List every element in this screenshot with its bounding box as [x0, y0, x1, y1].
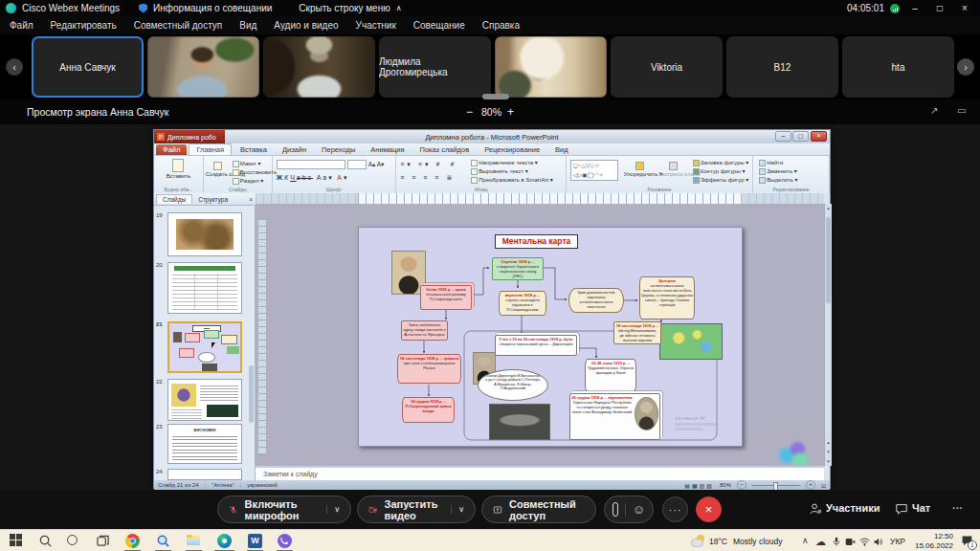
panel-close-icon[interactable]: × [249, 196, 253, 203]
share-content-button[interactable]: Совместный доступ [481, 496, 596, 523]
leave-meeting-button[interactable]: × [696, 496, 722, 522]
notification-center-icon[interactable]: 1 [961, 535, 973, 548]
viber-icon[interactable] [278, 534, 292, 548]
zoom-out-button[interactable]: − [466, 105, 473, 119]
participant-tile-anna-savchuk[interactable]: Анна Савчук [32, 36, 144, 98]
ppt-restore-button[interactable]: ▢ [792, 131, 809, 142]
weather-desc[interactable]: Mostly cloudy [733, 537, 783, 546]
language-indicator[interactable]: УКР [890, 537, 905, 546]
more-options-button[interactable]: ··· [662, 496, 688, 522]
select-button[interactable]: Выделить ▾ [759, 176, 797, 185]
tray-expand-icon[interactable]: ∧ [802, 536, 809, 545]
start-button[interactable] [10, 534, 24, 548]
tab-transitions[interactable]: Переходы [315, 144, 362, 155]
meeting-info-button[interactable]: Информация о совещании [153, 3, 272, 13]
participant-tile-video-1[interactable] [147, 36, 259, 98]
participants-panel-button[interactable]: Участники [826, 502, 880, 514]
slide-thumbnail-23[interactable]: ВИСНОВКИ [167, 424, 242, 464]
clock-time[interactable]: 12:50 [919, 532, 953, 540]
slide-canvas[interactable]: Ментальна карта Серпень 1918 р. – створе… [358, 227, 743, 447]
menu-audio-video[interactable]: Аудио и видео [274, 20, 338, 31]
ppt-zoom-in[interactable]: + [806, 480, 815, 490]
shape-outline-button[interactable]: Контур фигуры ▾ [693, 167, 746, 176]
slide-thumbnail-22[interactable] [167, 379, 242, 421]
shape-fill-button[interactable]: Заливка фигуры ▾ [693, 159, 749, 167]
search-app-icon[interactable] [156, 534, 170, 548]
more-panels-button[interactable]: ··· [952, 502, 963, 514]
tab-insert[interactable]: Вставка [234, 144, 274, 155]
quick-styles-button[interactable]: Экспресс-стили [658, 162, 689, 179]
align-buttons[interactable]: ≡ ≡ ≡ ≡ ≣ [400, 173, 455, 184]
clock-date[interactable]: 15.06.2022 [909, 541, 953, 550]
filmstrip-resize-handle[interactable] [482, 94, 509, 99]
slide-thumbnail-20[interactable] [167, 262, 242, 314]
panel-tab-slides[interactable]: Слайды [156, 194, 192, 204]
ppt-minimize-button[interactable]: – [775, 131, 791, 142]
menu-file[interactable]: Файл [10, 20, 33, 31]
cortana-icon[interactable] [67, 535, 78, 545]
wifi-icon[interactable] [859, 538, 870, 546]
tab-design[interactable]: Дизайн [276, 144, 313, 155]
slide-thumbnail-24[interactable] [167, 469, 242, 480]
tab-home[interactable]: Главная [189, 143, 232, 155]
menu-meeting[interactable]: Совещание [413, 20, 465, 31]
search-icon[interactable] [38, 534, 53, 548]
restore-button[interactable]: ▢ [930, 4, 949, 12]
section-button[interactable]: Раздел ▾ [233, 177, 264, 186]
tray-mic-icon[interactable] [832, 537, 841, 546]
reactions-button[interactable]: ☺ [633, 503, 645, 516]
close-button[interactable]: × [955, 3, 974, 13]
video-options-chevron[interactable]: ∨ [451, 505, 464, 514]
participant-tile-liudmyla[interactable]: Людмила Дрогомирецька [379, 36, 491, 98]
participant-tile-b12[interactable]: B12 [726, 36, 838, 98]
layout-button[interactable]: Макет ▾ [233, 160, 261, 168]
shapes-gallery[interactable]: ◻○△▽◇☆◁▷▣◯◠✧ [570, 160, 618, 181]
tab-slideshow[interactable]: Показ слайдов [413, 144, 477, 155]
slide-thumbnail-21-current[interactable]: ▬▬ [167, 321, 242, 373]
weather-temp[interactable]: 18°C [709, 537, 727, 546]
menu-share[interactable]: Совместный доступ [134, 20, 223, 31]
font-grow-shrink[interactable]: A▴ A▾ [368, 160, 385, 169]
participant-tile-video-2[interactable] [263, 36, 375, 98]
replace-button[interactable]: Заменить ▾ [759, 167, 797, 176]
tab-review[interactable]: Рецензирование [478, 144, 546, 155]
view-buttons[interactable]: ▤▦▥▧ [684, 482, 714, 489]
menu-participant[interactable]: Участник [356, 20, 396, 31]
participant-tile-hta[interactable]: hta [842, 36, 954, 98]
font-size-select[interactable] [347, 160, 367, 169]
task-view-icon[interactable] [96, 534, 110, 548]
slide-scrollbar[interactable]: ▴ ▴ ▾ ▾ [824, 204, 832, 466]
menu-help[interactable]: Справка [482, 20, 520, 31]
fullscreen-icon[interactable]: ↗ [930, 105, 938, 116]
ppt-zoom-out[interactable]: − [737, 480, 746, 490]
smartart-button[interactable]: Преобразовать в SmartArt ▾ [471, 176, 552, 185]
slide-thumbnail-19[interactable] [167, 212, 242, 256]
mic-options-chevron[interactable]: ∨ [326, 505, 340, 514]
volume-icon[interactable] [874, 538, 883, 546]
panel-scrollbar[interactable] [249, 365, 254, 423]
fit-to-window-button[interactable]: ⊡ [821, 482, 826, 489]
layout-icon[interactable]: ▭ [957, 105, 966, 116]
zoom-in-button[interactable]: + [507, 105, 514, 119]
find-button[interactable]: Найти [759, 159, 783, 167]
menu-edit[interactable]: Редактировать [51, 20, 117, 31]
record-button[interactable] [612, 502, 618, 517]
new-slide-button[interactable]: Создать слайд [206, 162, 231, 179]
menu-view[interactable]: Вид [239, 20, 256, 31]
align-text-button[interactable]: Выровнять текст ▾ [471, 167, 527, 176]
panel-tab-outline[interactable]: Структура [192, 195, 234, 204]
ppt-zoom-slider[interactable] [752, 485, 800, 486]
tab-animations[interactable]: Анимация [364, 144, 411, 155]
file-explorer-icon[interactable] [187, 534, 201, 548]
chrome-icon[interactable] [125, 534, 140, 548]
minimize-button[interactable]: – [905, 3, 924, 13]
tab-view[interactable]: Вид [548, 144, 575, 155]
font-style-buttons[interactable]: ЖКЧabc Aa▾ A▾ [277, 173, 349, 184]
hide-menu-button[interactable]: Скрыть строку меню [299, 3, 390, 13]
participant-tile-viktoria[interactable]: Viktoria [611, 36, 723, 98]
notes-pane[interactable]: Заметки к слайду [256, 466, 824, 480]
filmstrip-next-button[interactable]: › [957, 58, 974, 76]
language-indicator[interactable]: украинский [247, 482, 277, 488]
filmstrip-prev-button[interactable]: ‹ [6, 58, 23, 76]
arrange-button[interactable]: Упорядочить ▾ [624, 162, 657, 179]
